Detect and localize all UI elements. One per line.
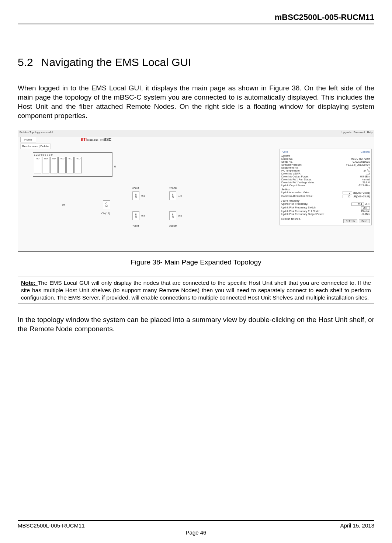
fig-topology: F1 CM CM(17) 800M BD -0.8 BD -0.9 700M 2… (99, 189, 210, 234)
panel-section-system: System (281, 155, 370, 157)
topo-band-700: 700M (132, 225, 139, 227)
topo-node-bd-700[interactable]: BD (132, 211, 139, 220)
fig-link-password[interactable]: Password (354, 131, 365, 134)
intro-paragraph: When logged in to the EMS Local GUI, it … (18, 83, 374, 120)
fig-link-upgrade[interactable]: Upgrade (341, 131, 351, 134)
topo-val-2100: -0.8 (177, 214, 182, 217)
save-button[interactable]: Save (359, 219, 370, 223)
shelf-label-0: 0 (114, 165, 116, 168)
panel-section-pilot: Pilot Frequency (281, 200, 370, 202)
fig-toolbar[interactable]: Re-discover | Delete (20, 143, 51, 149)
downlink-atten-input[interactable]: 10 (343, 195, 352, 198)
fig-logo: BTIWIRELESS mBSC (81, 138, 111, 142)
section-heading: 5.2Navigating the EMS Local GUI (18, 56, 374, 69)
section-number: 5.2 (18, 56, 33, 68)
header-divider (18, 24, 374, 24)
fig-link-help[interactable]: Help (367, 131, 372, 134)
shelf-slot[interactable]: PSU (66, 157, 74, 173)
footer-page-number: Page 46 (18, 529, 374, 536)
topo-node-bd-2600[interactable]: BD (169, 191, 176, 200)
panel-title: 700M (281, 151, 288, 153)
topo-val-2600: -1.5 (177, 194, 182, 197)
topo-label-f1: F1 (62, 204, 65, 207)
topo-band-2100: 2100M (169, 225, 177, 227)
fig-shelf[interactable]: 1 2 3 4 5 6 7 8 9 FIU BIU FIU RCU PSU PS… (33, 152, 112, 177)
topo-cm-label: CM(17) (101, 212, 110, 215)
panel-section-setting: Setting (281, 188, 370, 191)
topo-node-bd-2100[interactable]: BD (169, 211, 176, 220)
shelf-slot[interactable]: FIU (34, 157, 41, 173)
pilot-switch-select[interactable]: OFF (361, 206, 370, 210)
header-doc-code: mBSC2500L-005-RUCM11 (18, 13, 374, 22)
uplink-atten-input[interactable]: 0 (343, 191, 352, 194)
footer-right: April 15, 2013 (340, 522, 374, 529)
footer-left: MBSC2500L-005-RUCM11 (18, 522, 85, 529)
note-box: Note: The EMS Local GUI will only displa… (18, 277, 374, 304)
section-title-text: Navigating the EMS Local GUI (41, 56, 191, 68)
pilot-freq-input[interactable]: 714 (351, 203, 364, 206)
figure-caption: Figure 38- Main Page Expanded Topology (18, 258, 374, 266)
fig-topbar-status: Reliable Topology successful (20, 131, 53, 136)
topo-val-800: -0.8 (141, 194, 145, 197)
topo-band-800: 800M (132, 187, 139, 190)
topo-node-bd-800[interactable]: BD (132, 191, 139, 200)
follow-paragraph: In the topology window the system can be… (18, 315, 374, 333)
fig-logo-brand: mBSC (100, 138, 111, 142)
fig-tab-home[interactable]: Home (20, 137, 36, 142)
topo-band-2600: 2600M (169, 187, 177, 190)
refresh-button[interactable]: Refresh (343, 219, 358, 223)
shelf-slot[interactable]: BIU (42, 157, 49, 173)
topo-val-700: -0.9 (141, 214, 145, 217)
note-label: Note: (21, 280, 38, 286)
shelf-slot[interactable]: PSU (74, 157, 82, 173)
fig-shelf-numbers: 1 2 3 4 5 6 7 8 9 (34, 153, 111, 156)
panel-tab-general[interactable]: General (361, 151, 370, 153)
figure-screenshot: Reliable Topology successful Upgrade Pas… (18, 130, 374, 252)
shelf-slot[interactable]: RCU (58, 157, 66, 173)
topo-node-cm[interactable]: CM (103, 200, 110, 209)
panel-status-text: Refresh finished. (281, 218, 301, 223)
footer-divider (18, 520, 374, 521)
shelf-slot[interactable]: FIU (50, 157, 58, 173)
note-text: The EMS Local GUI will only display the … (21, 280, 371, 301)
fig-properties-panel: 700MGeneral System Model No.MBSC RU 700M… (280, 149, 372, 225)
fig-logo-bti: BTI (81, 138, 87, 142)
